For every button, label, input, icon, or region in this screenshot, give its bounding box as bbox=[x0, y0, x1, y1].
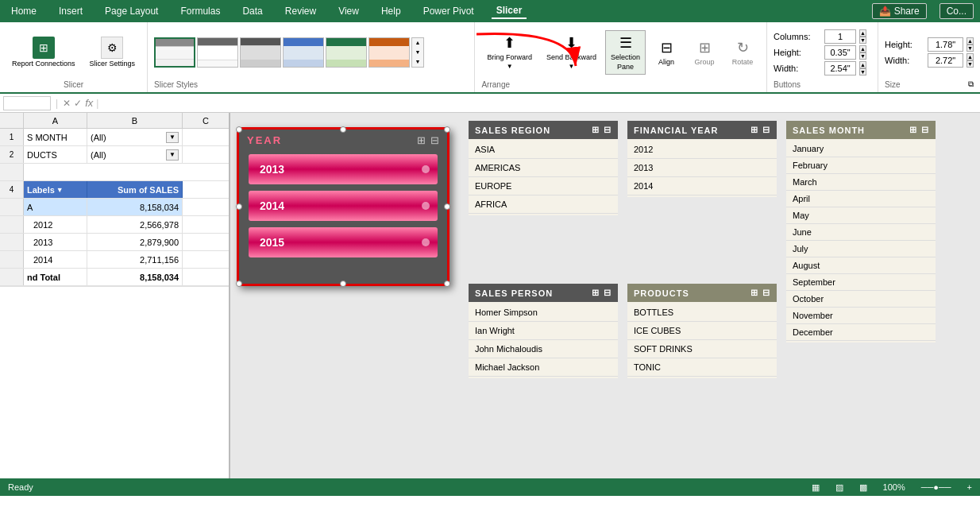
menu-home[interactable]: Home bbox=[6, 4, 41, 18]
columns-down[interactable]: ▼ bbox=[859, 37, 866, 44]
width-btn-input[interactable] bbox=[824, 61, 856, 75]
pivot-row-8[interactable]: 2014 2,711,156 bbox=[0, 251, 229, 269]
year-item-2014[interactable]: 2014 bbox=[249, 191, 438, 221]
menu-slicer[interactable]: Slicer bbox=[492, 3, 527, 19]
align-button[interactable]: ⊟ Align bbox=[649, 35, 684, 70]
name-box[interactable] bbox=[3, 96, 51, 110]
sales-month-item-sep[interactable]: September bbox=[786, 274, 936, 291]
columns-input[interactable] bbox=[824, 29, 856, 44]
year-slicer-filter-icon[interactable]: ⊞ bbox=[417, 134, 426, 146]
bring-forward-button[interactable]: ⬆ Bring Forward ▼ bbox=[481, 30, 538, 74]
menu-help[interactable]: Help bbox=[376, 4, 406, 18]
comments-button[interactable]: Co... bbox=[939, 3, 974, 19]
resize-handle-ml[interactable] bbox=[236, 203, 242, 210]
width-btn-up[interactable]: ▲ bbox=[859, 61, 866, 68]
products-filter-icon[interactable]: ⊞ bbox=[750, 288, 758, 298]
status-page-break[interactable]: ▩ bbox=[859, 482, 867, 493]
cell-a8[interactable]: 2014 bbox=[24, 251, 87, 268]
cell-a6[interactable]: 2012 bbox=[24, 216, 87, 233]
cell-a5[interactable]: A bbox=[24, 199, 87, 215]
height-size-down[interactable]: ▼ bbox=[966, 45, 974, 52]
col-a-header[interactable]: A bbox=[24, 113, 87, 128]
products-item-bottles[interactable]: BOTTLES bbox=[627, 304, 777, 322]
cell-b6[interactable]: 2,566,978 bbox=[87, 216, 183, 233]
width-btn-down[interactable]: ▼ bbox=[859, 68, 866, 75]
financial-year-filter-icon[interactable]: ⊞ bbox=[750, 125, 758, 135]
sales-person-slicer[interactable]: SALES PERSON ⊞ ⊟ Homer Simpson Ian Wrigh… bbox=[469, 284, 618, 378]
pivot-row-9[interactable]: nd Total 8,158,034 bbox=[0, 269, 229, 286]
menu-view[interactable]: View bbox=[334, 4, 364, 18]
year-item-2015[interactable]: 2015 bbox=[249, 227, 438, 257]
cell-b9[interactable]: 8,158,034 bbox=[87, 269, 183, 285]
cell-b8[interactable]: 2,711,156 bbox=[87, 251, 183, 268]
slicer-settings-button[interactable]: ⚙ Slicer Settings bbox=[84, 33, 141, 72]
columns-up[interactable]: ▲ bbox=[859, 29, 866, 37]
financial-year-clear-icon[interactable]: ⊟ bbox=[762, 125, 770, 135]
financial-year-item-2012[interactable]: 2012 bbox=[627, 141, 777, 159]
sales-month-filter-icon[interactable]: ⊞ bbox=[909, 125, 917, 135]
sales-person-filter-icon[interactable]: ⊞ bbox=[592, 288, 600, 298]
col-b-header[interactable]: B bbox=[87, 113, 183, 128]
cell-a2[interactable]: DUCTS bbox=[24, 146, 87, 163]
menu-insert[interactable]: Insert bbox=[54, 4, 87, 18]
report-connections-button[interactable]: ⊞ Report Connections bbox=[6, 33, 81, 72]
sales-person-item-homer[interactable]: Homer Simpson bbox=[469, 304, 618, 322]
sales-month-item-feb[interactable]: February bbox=[786, 157, 936, 174]
sales-month-item-mar[interactable]: March bbox=[786, 174, 936, 191]
cell-a7[interactable]: 2013 bbox=[24, 234, 87, 250]
zoom-in[interactable]: + bbox=[967, 482, 972, 492]
sales-person-item-john[interactable]: John Michaloudis bbox=[469, 340, 618, 358]
width-size-input[interactable] bbox=[928, 53, 963, 68]
cell-a9[interactable]: nd Total bbox=[24, 269, 87, 285]
products-item-soft-drinks[interactable]: SOFT DRINKS bbox=[627, 340, 777, 358]
rotate-button[interactable]: ↻ Rotate bbox=[725, 35, 760, 70]
sales-region-item-americas[interactable]: AMERICAS bbox=[469, 159, 618, 177]
resize-handle-br[interactable] bbox=[444, 281, 450, 287]
menu-formulas[interactable]: Formulas bbox=[176, 4, 225, 18]
products-slicer[interactable]: PRODUCTS ⊞ ⊟ BOTTLES ICE CUBES SOFT DRIN… bbox=[627, 284, 777, 378]
group-button[interactable]: ⊞ Group bbox=[687, 35, 722, 70]
products-clear-icon[interactable]: ⊟ bbox=[762, 288, 770, 298]
sales-person-item-michael[interactable]: Michael Jackson bbox=[469, 358, 618, 377]
share-button[interactable]: 📤 Share bbox=[872, 3, 926, 19]
cell-b7[interactable]: 2,879,900 bbox=[87, 234, 183, 250]
function-icon[interactable]: fx bbox=[85, 97, 93, 109]
year-item-2013[interactable]: 2013 bbox=[249, 154, 438, 184]
height-size-up[interactable]: ▲ bbox=[966, 37, 974, 45]
styles-scroll[interactable]: ▲ ▼ ▼ bbox=[411, 37, 424, 68]
cell-b4[interactable]: Sum of SALES bbox=[87, 181, 183, 198]
confirm-formula-icon[interactable]: ✓ bbox=[74, 98, 82, 109]
cell-a1[interactable]: S MONTH bbox=[24, 129, 87, 145]
sales-region-clear-icon[interactable]: ⊟ bbox=[604, 125, 612, 135]
menu-review[interactable]: Review bbox=[280, 4, 321, 18]
formula-input[interactable] bbox=[102, 96, 977, 110]
resize-handle-tr[interactable] bbox=[444, 126, 450, 133]
cell-b1[interactable]: (All) ▼ bbox=[87, 129, 183, 145]
cancel-formula-icon[interactable]: ✕ bbox=[63, 98, 71, 109]
pivot-row-7[interactable]: 2013 2,879,900 bbox=[0, 234, 229, 251]
dropdown-b1[interactable]: ▼ bbox=[166, 132, 179, 143]
zoom-slider[interactable]: ──●── bbox=[921, 482, 951, 492]
cell-b2[interactable]: (All) ▼ bbox=[87, 146, 183, 163]
sales-region-slicer[interactable]: SALES REGION ⊞ ⊟ ASIA AMERICAS EUROPE AF… bbox=[469, 121, 618, 215]
height-btn-up[interactable]: ▲ bbox=[859, 45, 866, 52]
style-light-1[interactable] bbox=[154, 37, 195, 68]
sales-month-clear-icon[interactable]: ⊟ bbox=[921, 125, 929, 135]
resize-handle-mr[interactable] bbox=[444, 203, 450, 210]
sales-month-item-may[interactable]: May bbox=[786, 207, 936, 224]
products-item-ice-cubes[interactable]: ICE CUBES bbox=[627, 322, 777, 340]
menu-page-layout[interactable]: Page Layout bbox=[100, 4, 163, 18]
year-slicer[interactable]: YEAR ⊞ ⊟ 2013 2014 2015 bbox=[237, 127, 449, 286]
year-slicer-clear-icon[interactable]: ⊟ bbox=[430, 134, 439, 146]
sales-month-slicer[interactable]: SALES MONTH ⊞ ⊟ January February March A… bbox=[786, 121, 936, 343]
style-light-3[interactable] bbox=[283, 37, 324, 68]
sales-region-item-asia[interactable]: ASIA bbox=[469, 141, 618, 159]
status-layout[interactable]: ▦ bbox=[812, 482, 820, 493]
sales-person-clear-icon[interactable]: ⊟ bbox=[604, 288, 612, 298]
size-expand-icon[interactable]: ⧉ bbox=[968, 79, 974, 89]
height-btn-input[interactable] bbox=[824, 45, 856, 60]
width-size-up[interactable]: ▲ bbox=[966, 53, 974, 60]
sales-region-filter-icon[interactable]: ⊞ bbox=[592, 125, 600, 135]
sales-month-item-aug[interactable]: August bbox=[786, 257, 936, 274]
resize-handle-bm[interactable] bbox=[340, 281, 346, 287]
